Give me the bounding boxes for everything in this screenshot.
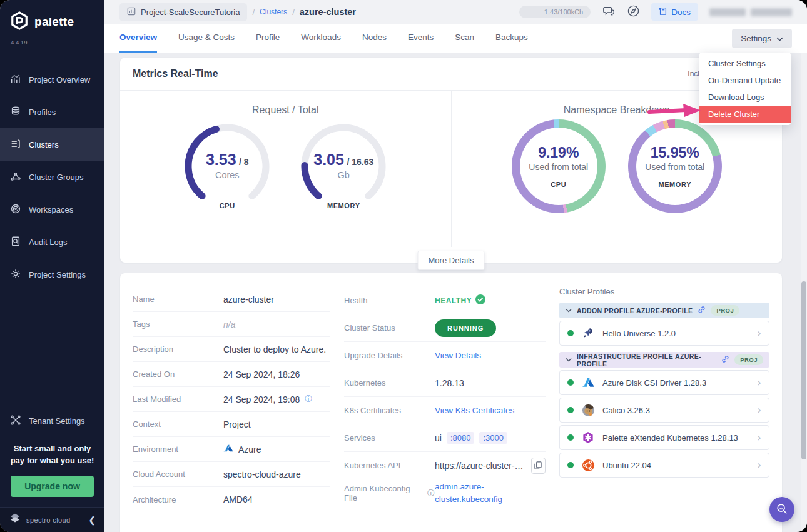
- service-port-link[interactable]: :8080: [447, 432, 475, 444]
- detail-label: K8s Certificates: [344, 406, 435, 415]
- palette-extended-k8s-icon: [581, 431, 595, 444]
- menu-item-on-demand-update[interactable]: On-Demand Update: [699, 72, 791, 89]
- breadcrumb-project-chip[interactable]: Project-ScaleSecureTutoria: [119, 3, 247, 21]
- profile-pack-row-azure-disk[interactable]: Azure Disk CSI Driver 1.28.3 ›: [559, 370, 769, 395]
- sidebar-item-profiles[interactable]: Profiles: [0, 96, 104, 128]
- detail-label: Environment: [133, 444, 223, 454]
- tab-usage-costs[interactable]: Usage & Costs: [178, 24, 235, 53]
- addon-profile-header[interactable]: ADDON PROFILE AZURE-PROFILE PROJ: [559, 303, 769, 318]
- chevron-down-icon: [776, 34, 783, 43]
- sidebar-item-audit-logs[interactable]: Audit Logs: [0, 226, 104, 258]
- chevron-down-icon: [566, 356, 572, 363]
- detail-row-cluster-status: Cluster Status RUNNING: [344, 314, 546, 342]
- upgrade-now-button[interactable]: Upgrade now: [11, 476, 94, 497]
- info-icon[interactable]: ⓘ: [305, 394, 312, 404]
- tab-scan[interactable]: Scan: [455, 24, 474, 53]
- cluster-profiles-title: Cluster Profiles: [559, 287, 769, 296]
- help-search-fab[interactable]: [769, 497, 794, 522]
- clusters-list-icon: [10, 138, 21, 151]
- info-icon[interactable]: ⓘ: [427, 488, 435, 499]
- cluster-details-card: Name azure-cluster Tags n/a Description …: [120, 273, 782, 532]
- azure-disk-csi-icon: [581, 376, 595, 389]
- profile-pack-row-ubuntu[interactable]: Ubuntu 22.04 ›: [559, 453, 769, 478]
- sidebar-item-cluster-groups[interactable]: Cluster Groups: [0, 161, 104, 193]
- cpu-gauge-chart: 3.53 / 8 Cores CPU: [180, 119, 274, 213]
- tab-events[interactable]: Events: [408, 24, 434, 53]
- sidebar-item-project-settings[interactable]: Project Settings: [0, 258, 104, 291]
- service-port-link[interactable]: :3000: [479, 432, 507, 444]
- detail-row-architecture: Architecture AMD64: [133, 487, 330, 512]
- detail-row-kubeconfig: Admin Kubeconfig File ⓘ admin.azure-clus…: [344, 479, 546, 508]
- pack-name: Ubuntu 22.04: [602, 461, 749, 470]
- tab-profile[interactable]: Profile: [256, 24, 280, 53]
- memory-donut-percent: 15.95%: [628, 144, 722, 161]
- compass-icon: [627, 4, 640, 19]
- sidebar-item-label: Cluster Groups: [29, 173, 83, 182]
- detail-label: Description: [133, 344, 223, 354]
- more-details-button[interactable]: More Details: [418, 251, 485, 270]
- detail-row-kubernetes-api: Kubernetes API https://azure-cluster-cf4…: [344, 452, 546, 479]
- chevron-right-icon: ›: [757, 327, 761, 339]
- help-compass-button[interactable]: [627, 4, 640, 19]
- sidebar-item-label: Tenant Settings: [29, 416, 85, 426]
- view-k8s-certificates-link[interactable]: View K8s Certificates: [435, 406, 514, 415]
- profile-pack-row-pxk[interactable]: Palette eXtended Kubernetes 1.28.13 ›: [559, 425, 769, 450]
- detail-row-description: Description Cluster to deploy to Azure.: [133, 337, 330, 362]
- tab-workloads[interactable]: Workloads: [301, 24, 341, 53]
- sidebar-item-label: Workspaces: [29, 205, 73, 214]
- profile-group-name: ADDON PROFILE AZURE-PROFILE: [577, 307, 693, 314]
- sidebar-item-clusters[interactable]: Clusters: [0, 128, 104, 161]
- palette-logo-icon: [10, 11, 29, 33]
- user-account-redacted[interactable]: [709, 8, 792, 16]
- settings-dropdown-button[interactable]: Settings: [732, 29, 792, 48]
- footer-brand-text: spectro cloud: [26, 516, 83, 524]
- collapse-sidebar-icon[interactable]: ❮: [88, 515, 96, 525]
- scrollbar-thumb[interactable]: [801, 281, 806, 459]
- kubeconfig-download-link[interactable]: admin.azure-cluster.kubeconfig: [435, 481, 522, 506]
- detail-value: spectro-cloud-azure: [223, 469, 301, 479]
- gear-icon: [10, 268, 21, 281]
- menu-item-download-logs[interactable]: Download Logs: [699, 89, 791, 106]
- detail-label: Cloud Account: [133, 469, 223, 479]
- profile-pack-row-hello-universe[interactable]: Hello Universe 1.2.0 ›: [559, 321, 769, 346]
- memory-donut-subtitle: Used from total: [628, 162, 722, 172]
- profile-group-name: INFRASTRUCTURE PROFILE AZURE-PROFILE: [577, 353, 716, 368]
- breadcrumb-separator: /: [252, 8, 255, 17]
- detail-row-cloud-account: Cloud Account spectro-cloud-azure: [133, 462, 330, 487]
- project-scope-badge: PROJ: [711, 305, 739, 316]
- redacted-text-blob: [709, 8, 746, 16]
- docs-button[interactable]: Docs: [651, 3, 698, 21]
- hello-universe-icon: [581, 326, 595, 340]
- cpu-donut-subtitle: Used from total: [512, 162, 606, 172]
- tab-overview[interactable]: Overview: [119, 24, 157, 53]
- detail-row-context: Context Project: [133, 412, 330, 437]
- sidebar-item-workspaces[interactable]: Workspaces: [0, 193, 104, 226]
- pack-name: Azure Disk CSI Driver 1.28.3: [602, 378, 749, 388]
- view-details-link[interactable]: View Details: [435, 351, 481, 360]
- detail-value: Cluster to deploy to Azure.: [223, 344, 326, 354]
- menu-item-cluster-settings[interactable]: Cluster Settings: [699, 55, 791, 72]
- copy-api-url-button[interactable]: [531, 458, 546, 474]
- profile-pack-row-calico[interactable]: Calico 3.26.3 ›: [559, 398, 769, 423]
- include-toggle-label-partial: Incl: [688, 69, 699, 78]
- network-nodes-icon: [10, 171, 21, 184]
- memory-gauge-unit: Gb: [297, 170, 390, 180]
- detail-value: 1.28.13: [435, 378, 464, 388]
- menu-item-delete-cluster[interactable]: Delete Cluster: [699, 106, 791, 123]
- usage-quota-badge[interactable]: 1.43/100kCh: [519, 6, 591, 18]
- tab-nodes[interactable]: Nodes: [362, 24, 387, 53]
- detail-row-upgrade: Upgrade Details View Details: [344, 342, 546, 369]
- cpu-donut-label: CPU: [512, 181, 606, 188]
- memory-gauge-label: MEMORY: [297, 202, 390, 209]
- settings-dropdown-menu: Cluster Settings On-Demand Update Downlo…: [699, 53, 791, 125]
- ubuntu-icon: [581, 458, 595, 472]
- sidebar-item-project-overview[interactable]: Project Overview: [0, 63, 104, 96]
- infrastructure-profile-header[interactable]: INFRASTRUCTURE PROFILE AZURE-PROFILE PRO…: [559, 352, 769, 368]
- tab-backups[interactable]: Backups: [495, 24, 528, 53]
- vertical-scrollbar[interactable]: [801, 53, 807, 532]
- sidebar-item-tenant-settings[interactable]: Tenant Settings: [0, 404, 104, 437]
- breadcrumb-clusters-link[interactable]: Clusters: [260, 8, 287, 16]
- chat-feedback-button[interactable]: [602, 5, 616, 19]
- link-icon: [698, 305, 706, 316]
- main-area: Project-ScaleSecureTutoria / Clusters / …: [104, 0, 807, 532]
